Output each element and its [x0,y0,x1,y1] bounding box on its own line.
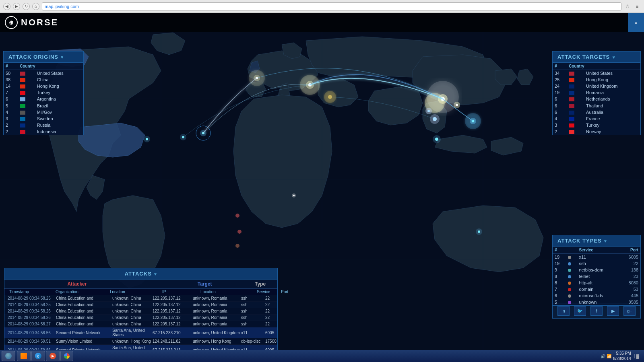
country-name: United Kingdom [584,83,640,89]
list-item: 7 domain 53 [553,286,640,292]
list-item: 6 Thailand [553,102,640,109]
list-item: 6 Australia [553,109,640,115]
service-dot-icon [568,262,571,265]
taskbar-explorer[interactable] [17,351,31,361]
country-name: Netherlands [584,96,640,102]
port-number: 8585 [619,299,640,305]
taskbar-media[interactable]: ▶ [46,351,60,361]
service-cell: ssh [241,315,265,320]
flag-icon [20,117,25,121]
rank-number: 2 [4,128,18,135]
address-bar[interactable]: map.ipviking.com [42,2,621,10]
start-button[interactable] [2,351,15,361]
organization-cell: China Education and [56,302,112,307]
port-number: 23 [619,273,640,280]
type-col-header: Type [246,281,274,287]
logo-icon: ⊕ [5,16,18,29]
flag-cell [18,76,35,83]
timestamp-cell: 2014-08-29 00:34:58.26 [8,309,56,313]
timestamp-cell: 2014-08-29 00:34:58.56 [8,331,56,335]
forward-button[interactable]: ▶ [13,3,20,10]
timestamp-cell: 2014-08-29 00:34:58.25 [8,302,56,307]
show-desktop-icon[interactable]: ▓ [634,354,639,358]
flag-icon [569,130,574,134]
corner-button[interactable]: ≡ [628,13,644,32]
rank-number: 2 [553,128,567,135]
port-cell: 22 [265,296,281,300]
media-icon: ▶ [50,353,56,359]
flag-cell [18,102,35,109]
country-name: China [35,76,83,83]
types-title: ATTACK TYPES [557,238,602,244]
rank-number: 6 [553,109,567,115]
types-col-port: Port [619,247,640,254]
service-dot-icon [568,269,571,272]
youtube-button[interactable]: ▶ [607,306,619,316]
location-subheader: Location [108,290,161,294]
list-item: 2 Norway [553,128,640,135]
rank-number: 38 [4,76,18,83]
rank-number: 19 [553,260,566,267]
rank-number: 6 [553,102,567,109]
rank-number: 6 [4,96,18,102]
service-name: domain [577,286,619,292]
rank-number: 14 [4,83,18,89]
rank-number: 2 [4,122,18,128]
rank-number: 9 [553,267,566,273]
menu-icon[interactable]: ≡ [634,3,641,10]
service-name: telnet [577,273,619,280]
port-number: 445 [619,292,640,299]
origins-table: # Country 50 United States 38 China 14 H… [4,63,83,135]
svg-point-43 [235,244,239,248]
country-name: Russia [35,122,83,128]
taskbar-ie[interactable]: e [31,351,45,361]
list-item: 3 Turkey [553,122,640,128]
target-location-cell: unknown, Romania [193,302,241,307]
svg-point-42 [237,230,242,234]
logo: ⊕ NORSE [5,16,58,29]
port-number: 138 [619,267,640,273]
svg-point-27 [456,104,458,106]
organization-cell: China Education and [56,322,112,326]
flag-cell [18,115,35,122]
port-cell: 22 [265,322,281,326]
attacker-col-header: Attacker [8,281,147,287]
port-cell: 17500 [265,339,281,343]
targets-header: ATTACK TARGETS ♥ [553,51,640,63]
flag-cell [567,76,584,83]
rank-number: 4 [4,109,18,115]
dot-cell [566,273,577,280]
rank-number: 7 [4,89,18,96]
country-name: Hong Kong [35,83,83,89]
rank-number: 25 [553,76,567,83]
port-number: 6005 [619,254,640,261]
service-name: x11 [577,254,619,261]
country-name: Hong Kong [584,76,640,83]
list-item: 5 Brazil [4,102,83,109]
back-button[interactable]: ◀ [3,3,10,10]
service-dot-icon [568,275,571,278]
flag-cell [18,83,35,89]
reload-button[interactable]: ↻ [23,3,30,10]
country-name: Sweden [35,115,83,122]
home-button[interactable]: ⌂ [32,3,39,10]
linkedin-button[interactable]: in [557,306,570,316]
bookmark-icon[interactable]: ☆ [624,3,631,10]
svg-point-40 [293,195,295,196]
rank-number: 5 [553,299,566,305]
rank-number: 19 [553,254,566,261]
types-table: # Service Port 19 x11 6005 19 ssh 22 9 n… [553,247,640,305]
taskbar-chrome[interactable] [60,351,73,361]
service-cell: ssh [241,322,265,326]
googleplus-button[interactable]: g+ [623,306,636,316]
twitter-button[interactable]: 🐦 [574,306,586,316]
table-row: 2014-08-29 00:34:58.26 China Education a… [4,308,277,315]
service-name: http-alt [577,280,619,286]
svg-point-38 [478,230,480,233]
flag-cell [18,122,35,128]
location-cell: unknown, China [112,322,153,326]
facebook-button[interactable]: f [590,306,603,316]
rank-number: 50 [4,70,18,77]
origins-heart-icon: ♥ [61,55,64,60]
flag-icon [20,91,25,95]
